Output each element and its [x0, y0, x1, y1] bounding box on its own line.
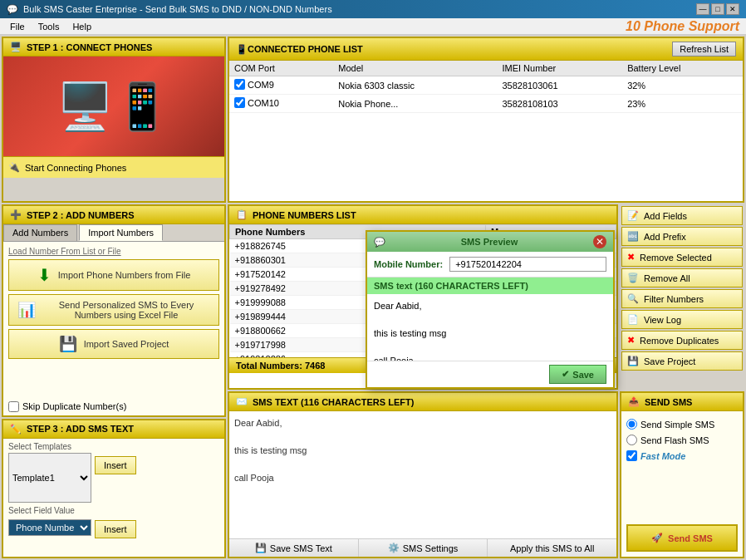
insert-field-button[interactable]: Insert — [95, 520, 136, 538]
connected-phones-title: CONNECTED PHONE LIST — [248, 44, 672, 54]
tab-import-numbers[interactable]: Import Numbers — [79, 224, 163, 241]
send-sms-content: Send Simple SMS Send Flash SMS Fast Mode — [621, 411, 743, 519]
sms-text-line1: Dear Aabid, — [234, 416, 611, 430]
sms-text-footer: 💾 Save SMS Text ⚙️ SMS Settings Apply th… — [229, 538, 616, 557]
remove-selected-button[interactable]: ✖ Remove Selected — [621, 248, 743, 267]
flash-sms-option: Send Flash SMS — [626, 432, 738, 448]
phone-port-cell: COM9 — [229, 76, 333, 95]
close-button[interactable]: ✕ — [726, 3, 739, 15]
send-sms-icon: 🚀 — [651, 533, 663, 543]
send-sms-button[interactable]: 🚀 Send SMS — [626, 524, 738, 552]
field-value-select[interactable]: Phone Numbers — [8, 519, 91, 536]
menu-tools[interactable]: Tools — [32, 20, 66, 33]
phone-battery-cell: 32% — [622, 76, 743, 95]
flash-sms-radio[interactable] — [626, 435, 637, 445]
sms-text-line2: this is testing msg — [234, 444, 611, 458]
send-icon: 📤 — [628, 396, 640, 407]
simple-sms-radio[interactable] — [626, 419, 637, 430]
select-templates-label: Select Templates — [8, 442, 219, 451]
phone-model-cell: Nokia 6303 classic — [333, 76, 497, 95]
col-imei: IMEI Number — [497, 61, 622, 76]
phone-imei-cell: 35828108103 — [497, 95, 622, 113]
sms-text-line3: call Pooja — [234, 471, 611, 485]
send-sms-header: 📤 SEND SMS — [621, 393, 743, 411]
import-saved-project-btn[interactable]: 💾 Import Saved Project — [8, 329, 219, 359]
insert-template-button[interactable]: Insert — [95, 456, 136, 474]
view-log-button[interactable]: 📄 View Log — [621, 310, 743, 329]
sms-text-header: ✉️ SMS TEXT (116 CHARACTERS LEFT) — [229, 393, 616, 411]
maximize-button[interactable]: □ — [711, 3, 724, 15]
connected-phones-panel: 📱 CONNECTED PHONE LIST Refresh List COM … — [228, 37, 744, 203]
template-section: Select Templates Template1 Template2 Tem… — [8, 442, 219, 538]
add-fields-button[interactable]: 📝 Add Fields — [621, 206, 743, 225]
sms-text-content: Dear Aabid, this is testing msg call Poo… — [229, 411, 616, 538]
start-connecting-btn[interactable]: 🔌 Start Connecting Phones — [3, 156, 224, 178]
mobile-label: Mobile Number: — [374, 259, 443, 269]
right-action-buttons: 📝 Add Fields 🔤 Add Prefix ✖ Remove Selec… — [620, 204, 744, 390]
add-prefix-button[interactable]: 🔤 Add Prefix — [621, 227, 743, 246]
skip-duplicate-label: Skip Duplicate Number(s) — [22, 401, 126, 411]
remove-all-button[interactable]: 🗑️ Remove All — [621, 268, 743, 287]
fast-mode-label: Fast Mode — [640, 451, 685, 461]
connected-phones-header: 📱 CONNECTED PHONE LIST Refresh List — [229, 38, 743, 61]
simple-sms-label: Send Simple SMS — [640, 420, 714, 430]
refresh-button[interactable]: Refresh List — [672, 42, 736, 56]
sms-preview-close-button[interactable]: ✕ — [593, 235, 606, 248]
skip-duplicate-option: Skip Duplicate Number(s) — [3, 398, 224, 415]
select-field-label: Select Field Value — [8, 506, 219, 515]
sms-preview-save-button[interactable]: ✔ Save — [549, 365, 606, 384]
sms-preview-text: Dear Aabid, this is testing msg call Poo… — [367, 294, 613, 361]
mobile-number-input[interactable] — [449, 257, 606, 272]
add-prefix-icon: 🔤 — [627, 231, 639, 242]
preview-icon: 💬 — [374, 237, 385, 248]
save-sms-text-button[interactable]: 💾 Save SMS Text — [229, 539, 359, 557]
sms-settings-button[interactable]: ⚙️ SMS Settings — [359, 539, 488, 557]
simple-sms-option: Send Simple SMS — [626, 416, 738, 432]
filter-numbers-button[interactable]: 🔍 Filter Numbers — [621, 289, 743, 308]
phone-battery-cell: 23% — [622, 95, 743, 113]
step3-content: Select Templates Template1 Template2 Tem… — [3, 439, 224, 542]
remove-duplicates-button[interactable]: ✖ Remove Duplicates — [621, 331, 743, 350]
load-label: Load Number From List or File — [8, 247, 219, 256]
filter-icon: 🔍 — [627, 293, 639, 304]
send-personalized-sms-btn[interactable]: 📊 Send Personalized SMS to Every Numbers… — [8, 294, 219, 326]
flash-sms-label: Send Flash SMS — [640, 435, 709, 445]
step3-panel: ✏️ STEP 3 : ADD SMS TEXT Select Template… — [2, 419, 226, 558]
save-project-icon: 💾 — [627, 356, 639, 366]
menu-bar: File Tools Help 10 Phone Support — [0, 18, 746, 35]
connect-icon: 🔌 — [8, 162, 20, 173]
phone-checkbox[interactable] — [234, 79, 245, 90]
step3-icon: ✏️ — [10, 424, 22, 435]
col-battery: Battery Level — [622, 61, 743, 76]
remove-all-icon: 🗑️ — [627, 273, 639, 283]
computer-image: 🖥️📱 — [56, 80, 171, 134]
preview-save-row: ✔ Save — [367, 361, 613, 387]
template-row: Template1 Template2 Template3 Insert — [8, 453, 219, 503]
tab-add-numbers[interactable]: Add Numbers — [3, 224, 77, 241]
phone-support-label: 10 Phone Support — [626, 19, 743, 34]
sms-preview-panel: 💬 SMS Preview ✕ Mobile Number: SMS text … — [366, 230, 615, 389]
save-project-button[interactable]: 💾 Save Project — [621, 351, 743, 371]
menu-help[interactable]: Help — [66, 20, 98, 33]
import-phone-numbers-btn[interactable]: ⬇ Import Phone Numbers from File — [8, 259, 219, 291]
phone-imei-cell: 35828103061 — [497, 76, 622, 95]
save-check-icon: ✔ — [562, 369, 569, 380]
apply-sms-all-button[interactable]: Apply this SMS to All — [488, 539, 616, 557]
step1-icon: 🖥️ — [10, 42, 22, 52]
step2-tabs: Add Numbers Import Numbers — [3, 224, 224, 242]
fast-mode-option: Fast Mode — [626, 448, 738, 464]
phone-checkbox[interactable] — [234, 97, 245, 108]
excel-icon: 📊 — [17, 301, 36, 319]
sms-icon: ✉️ — [236, 396, 248, 407]
menu-file[interactable]: File — [3, 20, 32, 33]
skip-duplicate-checkbox[interactable] — [8, 401, 19, 412]
col-model: Model — [333, 61, 497, 76]
col-port: COM Port — [229, 61, 333, 76]
app-icon: 💬 — [7, 4, 18, 15]
step1-header: 🖥️ STEP 1 : CONNECT PHONES — [3, 38, 224, 56]
minimize-button[interactable]: — — [696, 3, 709, 15]
template-select[interactable]: Template1 Template2 Template3 — [8, 453, 91, 503]
window-controls[interactable]: — □ ✕ — [696, 3, 739, 15]
fast-mode-checkbox[interactable] — [626, 450, 637, 461]
table-row: COM9 Nokia 6303 classic 35828103061 32% — [229, 76, 743, 95]
